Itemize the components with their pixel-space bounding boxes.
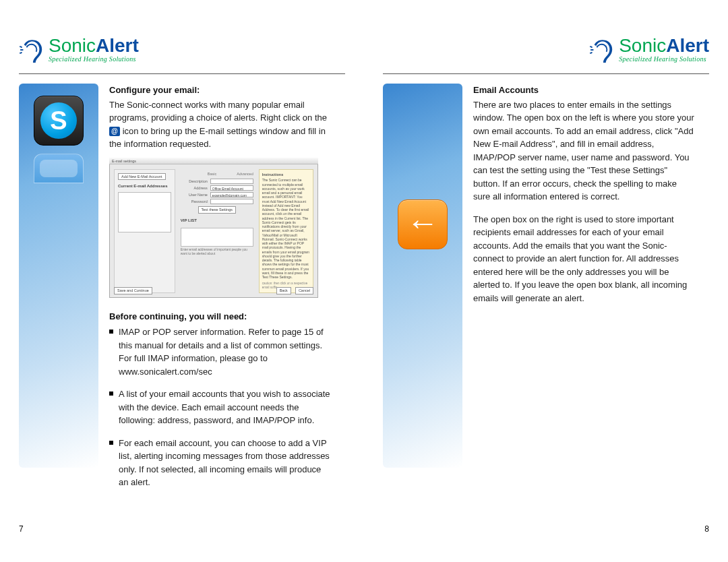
logo-word-alert: Alert (666, 35, 709, 56)
logo-word-sonic: Sonic (49, 35, 96, 56)
brand-logo: SonicAlert Specialized Hearing Solutions (19, 36, 345, 64)
ear-icon (19, 38, 44, 63)
screenshot-save-continue-button: Save and Continue (114, 287, 152, 294)
screenshot-add-account-button: Add New E-Mail Account (118, 173, 166, 181)
logo-word-sonic: Sonic (619, 35, 666, 56)
logo-word-alert: Alert (96, 35, 139, 56)
screenshot-back-button: Back (276, 287, 291, 294)
page-number: 7 (19, 523, 24, 535)
email-settings-screenshot: E-mail settings Add New E-Mail Account C… (109, 158, 318, 298)
back-arrow-icon: ← (398, 199, 448, 249)
screenshot-test-settings-button: Test these Settings (198, 206, 236, 214)
prerequisites-list: IMAP or POP server information. Refer to… (109, 325, 332, 489)
logo-tagline: Specialized Hearing Solutions (49, 54, 139, 64)
header-rule (383, 73, 709, 74)
list-item: A list of your email accounts that you w… (109, 387, 332, 427)
logo-tagline: Specialized Hearing Solutions (619, 54, 709, 64)
configure-email-paragraph: The Sonic-connect works with many popula… (109, 98, 332, 151)
sidebar-strip: ← (383, 84, 462, 468)
sidebar-strip: S (19, 84, 98, 468)
brand-logo: SonicAlert Specialized Hearing Solutions (383, 36, 709, 64)
email-accounts-heading: Email Accounts (473, 84, 696, 97)
email-settings-inline-icon (109, 127, 120, 136)
page-number: 8 (704, 523, 709, 535)
manual-page-8: SonicAlert Specialized Hearing Solutions… (364, 0, 728, 562)
ear-icon (589, 38, 615, 63)
manual-page-7: SonicAlert Specialized Hearing Solutions… (0, 0, 364, 562)
list-item: IMAP or POP server information. Refer to… (109, 325, 332, 378)
before-continuing-heading: Before continuing, you will need: (109, 310, 332, 323)
faded-app-icon (34, 154, 84, 183)
screenshot-titlebar: E-mail settings (109, 158, 318, 164)
skype-icon: S (34, 96, 84, 146)
email-accounts-paragraph-2: The open box on the right is used to sto… (473, 213, 696, 305)
header-rule (19, 73, 345, 74)
email-accounts-paragraph-1: There are two places to enter emails in … (473, 98, 696, 204)
configure-email-heading: Configure your email: (109, 84, 332, 97)
screenshot-current-addresses-heading: Current E-mail Addresses (118, 184, 171, 189)
screenshot-cancel-button: Cancel (295, 287, 313, 294)
list-item: For each email account, you can choose t… (109, 437, 332, 489)
